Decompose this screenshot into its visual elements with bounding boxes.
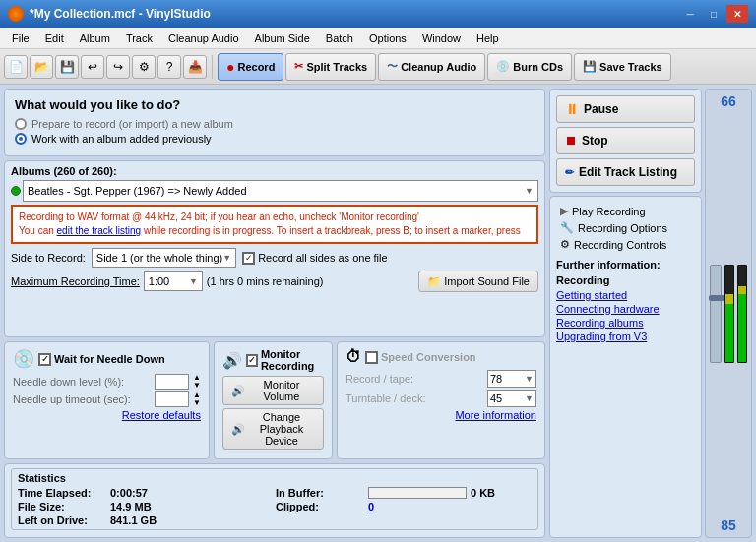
toolbar-settings-button[interactable]: ⚙: [132, 55, 156, 79]
all-sides-checkbox[interactable]: ✓: [242, 252, 255, 265]
restore-defaults-link[interactable]: Restore defaults: [13, 409, 201, 421]
left-drive-value: 841.1 GB: [110, 514, 157, 526]
needle-level-input[interactable]: 5: [155, 374, 189, 390]
record-tape-dropdown[interactable]: 78 ▼: [487, 370, 536, 388]
more-info-link[interactable]: More information: [346, 409, 536, 421]
left-slider-thumb[interactable]: [709, 295, 724, 301]
left-slider-track: [710, 265, 722, 363]
left-bar-green: [725, 304, 733, 362]
speed-checkbox[interactable]: [365, 351, 378, 364]
cleanup-audio-button[interactable]: 〜 Cleanup Audio: [378, 53, 485, 81]
save-tracks-button[interactable]: 💾 Save Tracks: [574, 53, 671, 81]
monitor-volume-button[interactable]: 🔊 Monitor Volume: [222, 376, 324, 405]
monitor-recording-box: 🔊 ✓ Monitor Recording 🔊 Monitor Volume 🔊…: [214, 341, 333, 459]
recording-controls-row[interactable]: ⚙ Recording Controls: [556, 236, 695, 253]
toolbar-open-button[interactable]: 📂: [30, 55, 53, 79]
buffer-progress: [368, 487, 467, 499]
edit-track-listing-link[interactable]: edit the track listing: [57, 225, 142, 236]
monitor-checkbox-row[interactable]: ✓ Monitor Recording: [246, 348, 324, 372]
play-recording-row[interactable]: ▶ Play Recording: [556, 203, 695, 219]
main-area: What would you like to do? Prepare to re…: [0, 85, 756, 542]
record-tape-arrow: ▼: [525, 374, 534, 384]
record-label: Record: [237, 61, 275, 73]
needle-timeout-row: Needle up timeout (sec): 20 ▲▼: [13, 391, 201, 407]
option2-radio[interactable]: [15, 133, 27, 145]
menu-batch[interactable]: Batch: [318, 30, 361, 46]
import-sound-file-button[interactable]: 📁 Import Sound File: [418, 271, 538, 292]
album-selected: Beatles - Sgt. Pepper (1967) => Newly Ad…: [28, 185, 247, 197]
clipped-row: Clipped: 0: [276, 501, 532, 512]
side-label: Side to Record:: [11, 252, 86, 264]
option1-radio[interactable]: [15, 118, 27, 130]
link-getting-started[interactable]: Getting started: [556, 289, 695, 301]
app-icon: [8, 6, 24, 22]
toolbar-help-button[interactable]: ?: [158, 55, 181, 79]
option2-row[interactable]: Work with an album added previously: [15, 133, 535, 145]
menu-help[interactable]: Help: [469, 30, 507, 46]
monitor-volume-label: Monitor Volume: [248, 379, 315, 402]
stop-button[interactable]: ⏹ Stop: [556, 127, 695, 154]
split-tracks-button[interactable]: ✂ Split Tracks: [285, 53, 376, 81]
needle-timeout-spinner[interactable]: ▲▼: [193, 391, 201, 407]
window-title: *My Collection.mcf - VinylStudio: [30, 7, 211, 21]
edit-track-listing-button[interactable]: ✏ Edit Track Listing: [556, 158, 695, 186]
pause-label: Pause: [584, 102, 618, 116]
left-panel: What would you like to do? Prepare to re…: [4, 89, 545, 538]
menu-file[interactable]: File: [4, 30, 37, 46]
album-dropdown-arrow: ▼: [525, 186, 534, 196]
toolbar-undo-button[interactable]: ↩: [81, 55, 104, 79]
vu-meter-panel: 66 85: [705, 89, 752, 538]
import-icon: 📁: [427, 275, 441, 288]
menu-album-side[interactable]: Album Side: [247, 30, 318, 46]
stop-label: Stop: [582, 134, 608, 148]
recording-options-row[interactable]: 🔧 Recording Options: [556, 219, 695, 236]
pause-button[interactable]: ⏸ Pause: [556, 95, 695, 123]
menu-window[interactable]: Window: [414, 30, 469, 46]
needle-checkbox[interactable]: ✓: [38, 353, 51, 366]
pause-icon: ⏸: [565, 101, 579, 117]
bottom-controls: 💿 ✓ Wait for Needle Down Needle down lev…: [4, 341, 545, 459]
menu-edit[interactable]: Edit: [37, 30, 72, 46]
monitor-checkbox[interactable]: ✓: [246, 354, 258, 367]
menu-options[interactable]: Options: [361, 30, 414, 46]
time-elapsed-row: Time Elapsed: 0:00:57: [18, 487, 274, 499]
toolbar-save-button[interactable]: 💾: [55, 55, 79, 79]
edit-icon: ✏: [565, 166, 574, 179]
needle-checkbox-row[interactable]: ✓ Wait for Needle Down: [38, 353, 165, 366]
toolbar: 📄 📂 💾 ↩ ↪ ⚙ ? 📥 ● Record ✂ Split Tracks …: [0, 49, 756, 85]
record-button[interactable]: ● Record: [218, 53, 284, 81]
menu-album[interactable]: Album: [72, 30, 118, 46]
needle-timeout-input[interactable]: 20: [155, 391, 189, 407]
menu-track[interactable]: Track: [118, 30, 160, 46]
close-button[interactable]: ✕: [726, 5, 748, 23]
monitor-icon: 🔊: [222, 351, 242, 370]
toolbar-redo-button[interactable]: ↪: [106, 55, 130, 79]
turntable-row: Turntable / deck: 45 ▼: [346, 390, 536, 407]
toolbar-import-button[interactable]: 📥: [183, 55, 207, 79]
menu-cleanup-audio[interactable]: Cleanup Audio: [160, 30, 247, 46]
burn-cds-button[interactable]: 💿 Burn CDs: [487, 53, 572, 81]
in-buffer-label: In Buffer:: [276, 487, 364, 499]
minimize-button[interactable]: ─: [679, 5, 701, 23]
turntable-dropdown[interactable]: 45 ▼: [487, 390, 536, 407]
file-size-row: File Size: 14.9 MB: [18, 501, 274, 512]
clipped-value[interactable]: 0: [368, 501, 374, 512]
in-buffer-value: 0 KB: [471, 487, 495, 499]
side-dropdown[interactable]: Side 1 (or the whole thing) ▼: [92, 248, 236, 268]
speed-checkbox-row[interactable]: Speed Conversion: [365, 351, 476, 364]
menu-bar: File Edit Album Track Cleanup Audio Albu…: [0, 28, 756, 49]
turntable-label: Turntable / deck:: [346, 392, 483, 404]
album-dropdown[interactable]: Beatles - Sgt. Pepper (1967) => Newly Ad…: [23, 180, 538, 202]
restore-button[interactable]: □: [703, 5, 724, 23]
left-bar-yellow: [725, 294, 733, 304]
change-playback-button[interactable]: 🔊 Change Playback Device: [222, 408, 324, 450]
option1-row[interactable]: Prepare to record (or import) a new albu…: [15, 118, 535, 130]
all-sides-checkbox-row[interactable]: ✓ Record all sides as one file: [242, 252, 387, 265]
link-connecting-hardware[interactable]: Connecting hardware: [556, 303, 695, 315]
link-recording-albums[interactable]: Recording albums: [556, 317, 695, 329]
speed-title: Speed Conversion: [381, 351, 476, 363]
link-upgrading[interactable]: Upgrading from V3: [556, 331, 695, 342]
needle-level-spinner[interactable]: ▲▼: [193, 374, 201, 390]
toolbar-new-button[interactable]: 📄: [4, 55, 28, 79]
max-rec-dropdown[interactable]: 1:00 ▼: [144, 271, 203, 291]
